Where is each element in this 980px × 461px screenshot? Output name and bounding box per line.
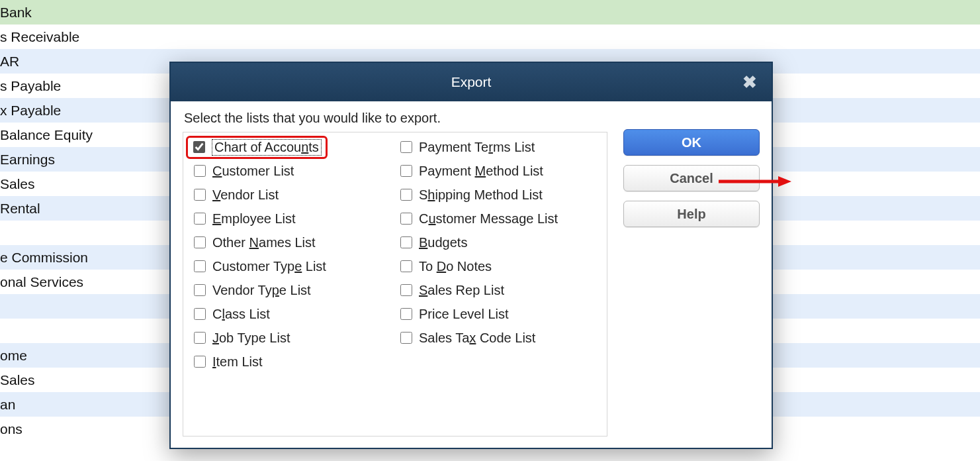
dialog-titlebar: Export ✖ bbox=[171, 63, 772, 101]
checkbox-customer-type-list[interactable] bbox=[194, 260, 206, 272]
checkbox-vendor-type-list[interactable] bbox=[194, 284, 206, 296]
export-list-item-customer-message-list[interactable]: Customer Message List bbox=[390, 207, 599, 230]
checkbox-class-list[interactable] bbox=[194, 308, 206, 320]
export-list-item-customer-type-list[interactable]: Customer Type List bbox=[183, 254, 390, 278]
dialog-buttons: OK Cancel Help bbox=[623, 129, 760, 227]
checkbox-employee-list[interactable] bbox=[194, 213, 206, 225]
label-shipping-method-list: Shipping Method List bbox=[419, 187, 543, 203]
export-list-col-right: Payment Terms ListPayment Method ListShi… bbox=[390, 135, 599, 374]
dialog-body: Select the lists that you would like to … bbox=[171, 101, 772, 146]
export-list-item-payment-method-list[interactable]: Payment Method List bbox=[390, 159, 599, 183]
label-sales-tax-code-list: Sales Tax Code List bbox=[419, 331, 535, 346]
checkbox-customer-list[interactable] bbox=[194, 165, 206, 177]
label-customer-type-list: Customer Type List bbox=[212, 259, 326, 274]
export-list-item-chart-of-accounts[interactable]: Chart of Accounts bbox=[183, 135, 390, 159]
export-list-item-customer-list[interactable]: Customer List bbox=[183, 159, 390, 183]
label-payment-terms-list: Payment Terms List bbox=[419, 140, 535, 155]
dialog-instruction: Select the lists that you would like to … bbox=[184, 111, 758, 126]
label-class-list: Class List bbox=[212, 307, 270, 322]
label-vendor-type-list: Vendor Type List bbox=[212, 283, 311, 298]
export-list-item-budgets[interactable]: Budgets bbox=[390, 230, 599, 254]
export-list-item-shipping-method-list[interactable]: Shipping Method List bbox=[390, 183, 599, 207]
checkbox-shipping-method-list[interactable] bbox=[400, 189, 412, 201]
export-list-item-sales-tax-code-list[interactable]: Sales Tax Code List bbox=[390, 326, 599, 350]
checkbox-job-type-list[interactable] bbox=[194, 332, 206, 344]
accounts-list-row[interactable]: s Receivable bbox=[0, 25, 980, 49]
export-list-item-other-names-list[interactable]: Other Names List bbox=[183, 230, 390, 254]
label-price-level-list: Price Level List bbox=[419, 307, 509, 322]
checkbox-payment-method-list[interactable] bbox=[400, 165, 412, 177]
accounts-list-row[interactable]: Bank bbox=[0, 0, 980, 25]
export-dialog: Export ✖ Select the lists that you would… bbox=[169, 62, 773, 449]
label-chart-of-accounts: Chart of Accounts bbox=[214, 140, 319, 154]
export-list-item-sales-rep-list[interactable]: Sales Rep List bbox=[390, 278, 599, 302]
checkbox-payment-terms-list[interactable] bbox=[400, 141, 412, 153]
label-job-type-list: Job Type List bbox=[212, 331, 290, 346]
label-payment-method-list: Payment Method List bbox=[419, 164, 543, 179]
checkbox-sales-rep-list[interactable] bbox=[400, 284, 412, 296]
export-list-item-item-list[interactable]: Item List bbox=[183, 350, 390, 374]
export-list-item-price-level-list[interactable]: Price Level List bbox=[390, 302, 599, 326]
ok-button[interactable]: OK bbox=[623, 129, 760, 156]
checkbox-chart-of-accounts[interactable] bbox=[193, 141, 205, 153]
label-employee-list: Employee List bbox=[212, 211, 296, 227]
checkbox-other-names-list[interactable] bbox=[194, 236, 206, 248]
export-list-item-vendor-list[interactable]: Vendor List bbox=[183, 183, 390, 207]
checkbox-sales-tax-code-list[interactable] bbox=[400, 332, 412, 344]
export-list-item-employee-list[interactable]: Employee List bbox=[183, 207, 390, 230]
label-other-names-list: Other Names List bbox=[212, 235, 316, 250]
checkbox-customer-message-list[interactable] bbox=[400, 213, 412, 225]
checkbox-budgets[interactable] bbox=[400, 236, 412, 248]
highlight-chart-of-accounts: Chart of Accounts bbox=[186, 136, 328, 159]
checkbox-vendor-list[interactable] bbox=[194, 189, 206, 201]
close-icon[interactable]: ✖ bbox=[742, 72, 757, 93]
help-button[interactable]: Help bbox=[623, 201, 760, 227]
checkbox-item-list[interactable] bbox=[194, 356, 206, 368]
label-to-do-notes: To Do Notes bbox=[419, 259, 492, 274]
label-customer-message-list: Customer Message List bbox=[419, 211, 558, 227]
export-list-item-payment-terms-list[interactable]: Payment Terms List bbox=[390, 135, 599, 159]
cancel-button[interactable]: Cancel bbox=[623, 165, 760, 191]
export-list-item-to-do-notes[interactable]: To Do Notes bbox=[390, 254, 599, 278]
dialog-title: Export bbox=[451, 74, 492, 90]
label-item-list: Item List bbox=[212, 354, 263, 370]
export-list-item-job-type-list[interactable]: Job Type List bbox=[183, 326, 390, 350]
label-vendor-list: Vendor List bbox=[212, 187, 279, 203]
export-list-item-class-list[interactable]: Class List bbox=[183, 302, 390, 326]
checkbox-to-do-notes[interactable] bbox=[400, 260, 412, 272]
label-sales-rep-list: Sales Rep List bbox=[419, 283, 504, 298]
label-budgets: Budgets bbox=[419, 235, 467, 250]
export-lists-box: Chart of AccountsCustomer ListVendor Lis… bbox=[183, 132, 607, 436]
export-list-col-left: Chart of AccountsCustomer ListVendor Lis… bbox=[183, 135, 390, 374]
label-customer-list: Customer List bbox=[212, 164, 294, 179]
export-list-item-vendor-type-list[interactable]: Vendor Type List bbox=[183, 278, 390, 302]
checkbox-price-level-list[interactable] bbox=[400, 308, 412, 320]
